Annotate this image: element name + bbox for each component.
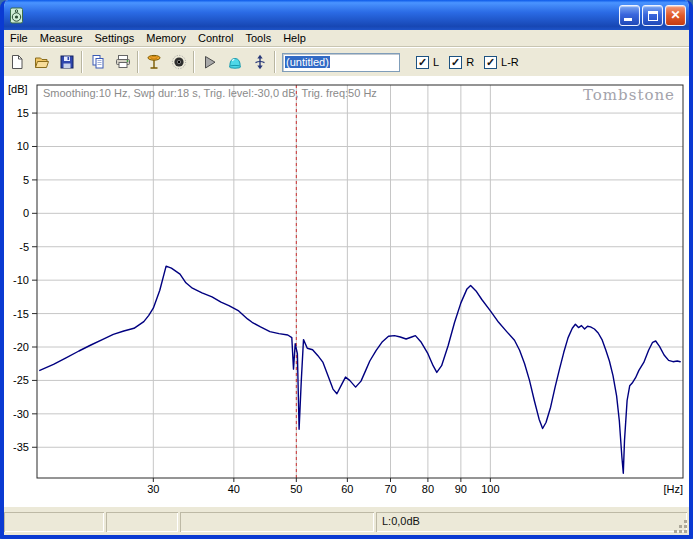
menubar: File Measure Settings Memory Control Too… — [4, 30, 689, 47]
checkbox-label-lr: L-R — [501, 56, 519, 68]
checkbox-box-lr — [484, 56, 497, 69]
y-tick-label: 15 — [17, 107, 29, 119]
y-tick-label: -10 — [13, 274, 29, 286]
measurement-title-field[interactable]: (untitled) — [282, 53, 400, 72]
x-tick-label: 50 — [290, 483, 302, 495]
toolbar-separator — [81, 51, 83, 73]
x-tick-label: 100 — [481, 483, 499, 495]
status-panel-2 — [106, 512, 178, 532]
status-level-readout: L:0,0dB — [376, 512, 687, 532]
maximize-icon — [648, 11, 658, 21]
x-tick-label: 70 — [384, 483, 396, 495]
toolbar-separator — [193, 51, 195, 73]
y-axis-unit-label: [dB] — [8, 83, 28, 95]
statusbar: L:0,0dB — [4, 507, 689, 535]
channel-lr-checkbox[interactable]: L-R — [484, 56, 519, 69]
speaker-app-icon — [8, 7, 25, 24]
frequency-response-chart[interactable]: 151050-5-10-15-20-25-30-3530405060708090… — [4, 76, 689, 507]
menu-measure[interactable]: Measure — [34, 30, 89, 47]
up-down-arrow-icon — [252, 54, 268, 70]
y-tick-label: 0 — [23, 207, 29, 219]
x-tick-label: 90 — [455, 483, 467, 495]
menu-tools[interactable]: Tools — [239, 30, 277, 47]
x-tick-label: 30 — [147, 483, 159, 495]
x-axis-unit-label: [Hz] — [663, 483, 683, 495]
watermark-text: Tombstone — [583, 86, 675, 104]
x-tick-label: 60 — [341, 483, 353, 495]
checkbox-box-r — [449, 56, 462, 69]
open-button[interactable] — [30, 50, 54, 74]
open-folder-icon — [34, 54, 50, 70]
bell-icon — [227, 54, 243, 70]
minimize-button[interactable] — [619, 5, 640, 26]
y-tick-label: 5 — [23, 174, 29, 186]
plot-border — [37, 85, 683, 478]
menu-help[interactable]: Help — [277, 30, 312, 47]
toolbar-separator — [274, 51, 276, 73]
toolbar: (untitled) L R L-R — [4, 47, 689, 76]
checkbox-box-l — [416, 56, 429, 69]
bell-button[interactable] — [223, 50, 247, 74]
play-icon — [202, 54, 218, 70]
x-tick-label: 80 — [422, 483, 434, 495]
close-icon: ✕ — [666, 8, 685, 23]
measurement-info-text: Smoothing:10 Hz, Swp dur:18 s, Trig. lev… — [43, 87, 377, 99]
copy-button[interactable] — [86, 50, 110, 74]
copy-icon — [90, 54, 106, 70]
resize-grip[interactable] — [674, 520, 688, 534]
status-panel-1 — [4, 512, 104, 532]
y-tick-label: -15 — [13, 308, 29, 320]
y-tick-label: -5 — [19, 241, 29, 253]
x-tick-label: 40 — [228, 483, 240, 495]
y-tick-label: -25 — [13, 374, 29, 386]
checkbox-label-l: L — [433, 56, 439, 68]
response-curve-L — [40, 266, 680, 473]
field-selected-text: (untitled) — [285, 56, 330, 68]
new-button[interactable] — [5, 50, 29, 74]
checkbox-label-r: R — [466, 56, 474, 68]
speaker-button[interactable] — [167, 50, 191, 74]
y-tick-label: 10 — [17, 140, 29, 152]
menu-file[interactable]: File — [4, 30, 34, 47]
menu-memory[interactable]: Memory — [140, 30, 192, 47]
chart-panel: 151050-5-10-15-20-25-30-3530405060708090… — [4, 76, 689, 507]
status-panel-3 — [180, 512, 374, 532]
maximize-button[interactable] — [642, 5, 663, 26]
y-tick-label: -35 — [13, 441, 29, 453]
start-measure-button[interactable] — [198, 50, 222, 74]
menu-control[interactable]: Control — [192, 30, 239, 47]
channel-checkboxes: L R L-R — [416, 56, 519, 69]
level-button[interactable] — [248, 50, 272, 74]
speaker-icon — [171, 54, 187, 70]
channel-r-checkbox[interactable]: R — [449, 56, 474, 69]
menu-settings[interactable]: Settings — [89, 30, 141, 47]
close-button[interactable]: ✕ — [665, 5, 686, 26]
new-document-icon — [9, 54, 25, 70]
microphone-button[interactable] — [142, 50, 166, 74]
channel-l-checkbox[interactable]: L — [416, 56, 439, 69]
app-window: ✕ File Measure Settings Memory Control T… — [0, 0, 693, 539]
save-button[interactable] — [55, 50, 79, 74]
printer-icon — [115, 54, 131, 70]
titlebar[interactable]: ✕ — [0, 0, 693, 30]
minimize-icon — [624, 18, 632, 21]
save-floppy-icon — [59, 54, 75, 70]
print-button[interactable] — [111, 50, 135, 74]
toolbar-separator — [137, 51, 139, 73]
y-tick-label: -30 — [13, 408, 29, 420]
microphone-icon — [146, 54, 162, 70]
y-tick-label: -20 — [13, 341, 29, 353]
